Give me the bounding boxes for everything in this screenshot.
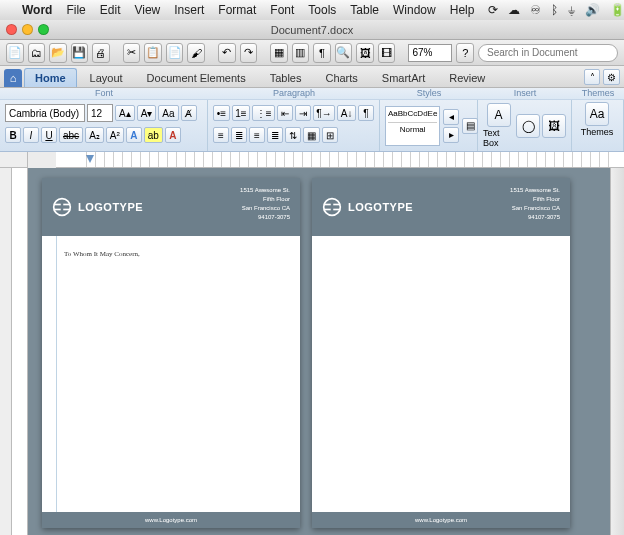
window-close-button[interactable] (6, 24, 17, 35)
menu-file[interactable]: File (66, 3, 85, 17)
clear-formatting-button[interactable]: A̸ (181, 105, 197, 121)
horizontal-ruler[interactable] (56, 152, 624, 168)
numbering-button[interactable]: 1≡ (232, 105, 251, 121)
page-2[interactable]: LOGOTYPE 1515 Awesome St. Fifth Floor Sa… (312, 178, 570, 528)
decrease-indent-button[interactable]: ⇤ (277, 105, 293, 121)
font-name-combo[interactable] (5, 104, 85, 122)
save-button[interactable]: 💾 (71, 43, 89, 63)
page-body[interactable] (312, 236, 570, 512)
tables-button[interactable]: ▦ (270, 43, 288, 63)
menu-font[interactable]: Font (270, 3, 294, 17)
redo-button[interactable]: ↷ (240, 43, 258, 63)
page-1[interactable]: LOGOTYPE 1515 Awesome St. Fifth Floor Sa… (42, 178, 300, 528)
letterhead-address: 1515 Awesome St. Fifth Floor San Francis… (240, 186, 290, 222)
page-footer: www.Logotype.com (42, 512, 300, 528)
show-marks-button[interactable]: ¶ (358, 105, 374, 121)
tab-smartart[interactable]: SmartArt (371, 68, 436, 87)
superscript-button[interactable]: A² (106, 127, 124, 143)
picture-button[interactable]: 🖼 (542, 114, 566, 138)
align-center-button[interactable]: ≣ (231, 127, 247, 143)
underline-button[interactable]: U (41, 127, 57, 143)
logo-icon (322, 197, 342, 217)
style-normal[interactable]: AaBbCcDdEe Normal (385, 106, 440, 146)
vertical-scrollbar[interactable] (610, 168, 624, 535)
multilevel-button[interactable]: ⋮≡ (252, 105, 275, 121)
shape-button[interactable]: ◯ (516, 114, 540, 138)
styles-next-button[interactable]: ▸ (443, 127, 459, 143)
borders-button[interactable]: ⊞ (322, 127, 338, 143)
font-size-combo[interactable] (87, 104, 113, 122)
document-canvas[interactable]: LOGOTYPE 1515 Awesome St. Fifth Floor Sa… (28, 168, 610, 535)
menu-help[interactable]: Help (450, 3, 475, 17)
window-zoom-button[interactable] (38, 24, 49, 35)
zoom-combo[interactable] (408, 44, 452, 62)
tab-layout[interactable]: Layout (79, 68, 134, 87)
vertical-ruler[interactable] (12, 168, 28, 535)
logo-text: LOGOTYPE (348, 201, 413, 213)
line-spacing-button[interactable]: ⇅ (285, 127, 301, 143)
tab-review[interactable]: Review (438, 68, 496, 87)
templates-button[interactable]: 🗂 (28, 43, 46, 63)
columns-button[interactable]: ▥ (292, 43, 310, 63)
tab-document-elements[interactable]: Document Elements (136, 68, 257, 87)
font-color-button[interactable]: A (165, 127, 181, 143)
shrink-font-button[interactable]: A▾ (137, 105, 157, 121)
align-right-button[interactable]: ≡ (249, 127, 265, 143)
italic-button[interactable]: I (23, 127, 39, 143)
search-field[interactable] (478, 44, 618, 62)
tab-home[interactable]: Home (24, 68, 77, 87)
media-button[interactable]: 🎞 (378, 43, 396, 63)
paste-button[interactable]: 📄 (166, 43, 184, 63)
group-font: A▴ A▾ Aa A̸ B I U abc A₂ A² A ab A (0, 100, 208, 151)
bold-button[interactable]: B (5, 127, 21, 143)
ribbon-collapse-button[interactable]: ˄ (584, 69, 600, 85)
shading-button[interactable]: ▦ (303, 127, 320, 143)
styles-prev-button[interactable]: ◂ (443, 109, 459, 125)
undo-button[interactable]: ↶ (218, 43, 236, 63)
navigation-button[interactable]: 🔍 (335, 43, 353, 63)
open-button[interactable]: 📂 (49, 43, 67, 63)
gallery-button[interactable]: 🖼 (356, 43, 374, 63)
justify-button[interactable]: ≣ (267, 127, 283, 143)
menu-tools[interactable]: Tools (308, 3, 336, 17)
increase-indent-button[interactable]: ⇥ (295, 105, 311, 121)
cloud-icon: ☁ (508, 3, 520, 17)
print-button[interactable]: 🖨 (92, 43, 110, 63)
textbox-icon: A (487, 103, 511, 127)
change-case-button[interactable]: Aa (158, 105, 178, 121)
tab-tables[interactable]: Tables (259, 68, 313, 87)
page-body[interactable]: To Whom It May Concern, (42, 236, 300, 512)
themes-button[interactable]: Aa Themes (577, 102, 617, 137)
grow-font-button[interactable]: A▴ (115, 105, 135, 121)
help-button[interactable]: ? (456, 43, 474, 63)
tab-charts[interactable]: Charts (314, 68, 368, 87)
styles-pane-button[interactable]: ▤ (462, 118, 478, 134)
bullets-button[interactable]: •≡ (213, 105, 230, 121)
strikethrough-button[interactable]: abc (59, 127, 83, 143)
document-workspace: LOGOTYPE 1515 Awesome St. Fifth Floor Sa… (0, 168, 624, 535)
ribbon-options-button[interactable]: ⚙ (603, 69, 620, 85)
menu-window[interactable]: Window (393, 3, 436, 17)
menu-edit[interactable]: Edit (100, 3, 121, 17)
copy-button[interactable]: 📋 (144, 43, 162, 63)
align-left-button[interactable]: ≡ (213, 127, 229, 143)
ltr-button[interactable]: ¶→ (313, 105, 335, 121)
highlight-button[interactable]: ab (144, 127, 163, 143)
menu-view[interactable]: View (134, 3, 160, 17)
ribbon-home-icon[interactable]: ⌂ (4, 69, 22, 87)
menu-format[interactable]: Format (218, 3, 256, 17)
new-button[interactable]: 📄 (6, 43, 24, 63)
sort-button[interactable]: A↓ (337, 105, 356, 121)
volume-icon: 🔊 (585, 3, 600, 17)
subscript-button[interactable]: A₂ (85, 127, 104, 143)
format-painter-button[interactable]: 🖌 (187, 43, 205, 63)
window-minimize-button[interactable] (22, 24, 33, 35)
menu-table[interactable]: Table (350, 3, 379, 17)
menu-insert[interactable]: Insert (174, 3, 204, 17)
show-button[interactable]: ¶ (313, 43, 331, 63)
cut-button[interactable]: ✂ (123, 43, 141, 63)
text-effects-button[interactable]: A (126, 127, 142, 143)
app-menu[interactable]: Word (22, 3, 52, 17)
textbox-button[interactable]: A Text Box (483, 103, 514, 148)
document-text[interactable]: To Whom It May Concern, (64, 250, 282, 258)
